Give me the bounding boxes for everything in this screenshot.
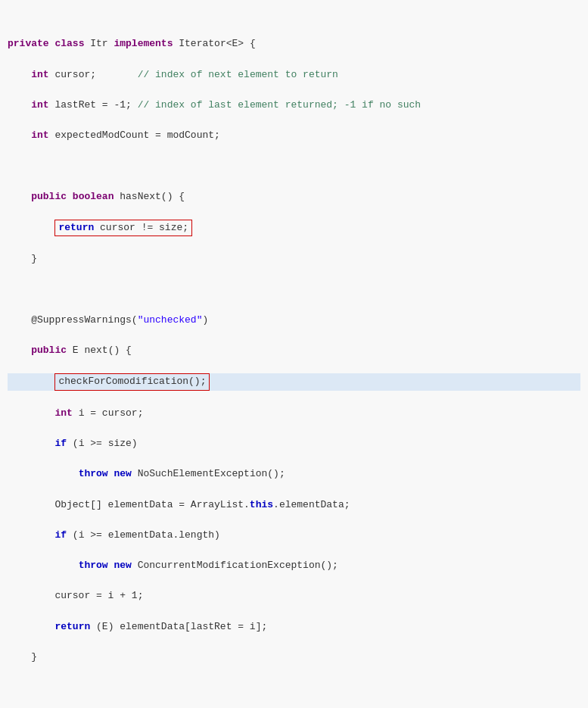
- line-19: cursor = i + 1;: [8, 588, 580, 604]
- line-14: if (i >= size): [8, 436, 580, 451]
- line-18: throw new ConcurrentModificationExceptio…: [8, 558, 580, 573]
- line-22: [8, 680, 580, 695]
- line-10: @SuppressWarnings("unchecked"): [8, 313, 580, 328]
- line-13: int i = cursor;: [8, 406, 580, 421]
- line-15: throw new NoSuchElementException();: [8, 466, 580, 482]
- line-1: private class Itr implements Iterator<E>…: [8, 36, 580, 51]
- line-17: if (i >= elementData.length): [8, 528, 580, 543]
- line-7: return cursor != size;: [8, 220, 580, 236]
- line-5: [8, 158, 580, 173]
- line-8: }: [8, 251, 580, 267]
- line-20: return (E) elementData[lastRet = i];: [8, 619, 580, 635]
- line-16: Object[] elementData = ArrayList.this.el…: [8, 497, 580, 513]
- line-21: }: [8, 650, 580, 665]
- line-4: int expectedModCount = modCount;: [8, 128, 580, 143]
- line-9: [8, 282, 580, 298]
- code-view: private class Itr implements Iterator<E>…: [0, 0, 588, 708]
- line-6: public boolean hasNext() {: [8, 189, 580, 204]
- line-11: public E next() {: [8, 343, 580, 358]
- line-2: int cursor; // index of next element to …: [8, 67, 580, 83]
- line-12: checkForComodification();: [8, 373, 580, 390]
- line-3: int lastRet = -1; // index of last eleme…: [8, 98, 580, 113]
